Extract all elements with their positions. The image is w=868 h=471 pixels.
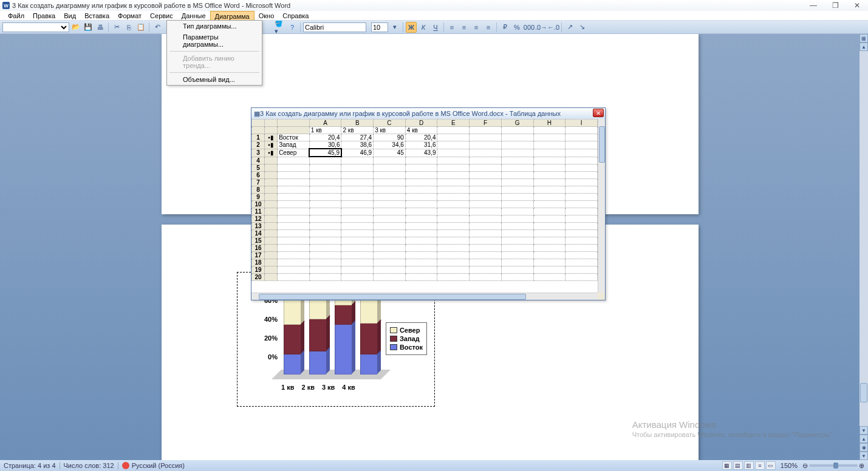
help-icon[interactable]: ?	[287, 22, 298, 33]
dropdown-item[interactable]: Тип диаграммы...	[167, 21, 262, 32]
datasheet-window[interactable]: ▦ 3 Как создать диаграмму или график в к…	[251, 107, 606, 300]
data-cell[interactable]	[533, 266, 566, 273]
data-cell[interactable]	[374, 208, 406, 215]
data-cell[interactable]	[437, 259, 470, 266]
data-cell[interactable]	[374, 244, 406, 251]
data-cell[interactable]	[566, 229, 598, 237]
data-cell[interactable]	[309, 222, 341, 229]
data-cell[interactable]	[309, 266, 341, 273]
data-cell[interactable]	[341, 251, 374, 259]
menu-item-вид[interactable]: Вид	[60, 11, 80, 21]
data-cell[interactable]	[341, 266, 374, 273]
data-cell[interactable]	[405, 266, 437, 273]
dropdown-item[interactable]: Параметры диаграммы...	[167, 32, 262, 50]
status-language[interactable]: Русский (Россия)	[132, 462, 185, 469]
data-cell[interactable]	[437, 229, 470, 237]
data-cell[interactable]	[501, 237, 533, 244]
menu-item-справка[interactable]: Справка	[278, 11, 313, 21]
view-outline-icon[interactable]: ≡	[755, 461, 765, 470]
data-cell[interactable]	[405, 215, 437, 222]
currency-icon[interactable]: ₽	[499, 22, 510, 33]
data-cell[interactable]	[405, 208, 437, 215]
font-selector[interactable]	[303, 22, 366, 32]
italic-button[interactable]: К	[418, 22, 429, 33]
data-cell[interactable]	[405, 237, 437, 244]
data-cell[interactable]	[470, 200, 502, 208]
menu-item-диаграмма[interactable]: Диаграмма	[210, 11, 255, 21]
data-cell[interactable]: 31,6	[405, 141, 437, 149]
data-cell[interactable]	[437, 251, 470, 259]
data-cell[interactable]	[437, 171, 470, 178]
save-icon[interactable]: 💾	[83, 22, 94, 33]
menu-item-данные[interactable]: Данные	[177, 11, 210, 21]
status-page[interactable]: Страница: 4 из 4	[4, 462, 56, 469]
data-cell[interactable]	[374, 222, 406, 229]
data-cell[interactable]	[405, 164, 437, 171]
angle-text2-icon[interactable]: ↘	[576, 22, 587, 33]
data-cell[interactable]	[405, 222, 437, 229]
scroll-down-icon[interactable]: ▼	[859, 426, 868, 435]
data-cell[interactable]	[533, 251, 566, 259]
zoom-slider[interactable]	[809, 464, 858, 467]
data-cell[interactable]	[309, 171, 341, 178]
decrease-decimal-icon[interactable]: ←.0	[548, 22, 559, 33]
data-cell[interactable]: 46,9	[341, 149, 374, 157]
data-cell[interactable]	[501, 266, 533, 273]
data-cell[interactable]	[374, 200, 406, 208]
scrollbar-thumb[interactable]	[259, 294, 526, 300]
data-cell[interactable]	[309, 244, 341, 251]
data-cell[interactable]	[470, 222, 502, 229]
data-cell[interactable]	[341, 222, 374, 229]
data-cell[interactable]	[437, 208, 470, 215]
menu-item-формат[interactable]: Формат	[114, 11, 146, 21]
align-justify-icon[interactable]: ≡	[483, 22, 494, 33]
data-cell[interactable]	[309, 237, 341, 244]
data-cell[interactable]	[309, 215, 341, 222]
scroll-up-icon[interactable]: ▲	[859, 42, 868, 51]
data-cell[interactable]	[309, 178, 341, 186]
data-cell[interactable]: 45,9	[309, 149, 341, 157]
data-cell[interactable]	[374, 171, 406, 178]
data-cell[interactable]	[566, 244, 598, 251]
data-cell[interactable]	[309, 200, 341, 208]
view-draft-icon[interactable]: ▭	[766, 461, 776, 470]
view-web-icon[interactable]: ▥	[744, 461, 754, 470]
data-cell[interactable]: 45	[374, 149, 406, 157]
data-cell[interactable]	[566, 259, 598, 266]
status-word-count[interactable]: Число слов: 312	[64, 462, 114, 469]
datasheet-hscrollbar[interactable]	[251, 293, 598, 300]
font-size-selector[interactable]	[371, 22, 388, 32]
data-cell[interactable]	[501, 157, 533, 164]
data-cell[interactable]	[533, 200, 566, 208]
data-cell[interactable]	[437, 164, 470, 171]
data-cell[interactable]	[341, 157, 374, 164]
data-cell[interactable]	[341, 171, 374, 178]
data-cell[interactable]	[533, 171, 566, 178]
data-cell[interactable]	[374, 229, 406, 237]
zoom-out-button[interactable]: ⊖	[802, 462, 808, 470]
data-cell[interactable]	[437, 244, 470, 251]
data-cell[interactable]	[405, 273, 437, 280]
data-cell[interactable]	[374, 157, 406, 164]
data-cell[interactable]	[374, 259, 406, 266]
data-cell[interactable]: 34,6	[374, 141, 406, 149]
data-cell[interactable]	[341, 244, 374, 251]
zoom-slider-knob[interactable]	[833, 463, 838, 469]
object-selector[interactable]	[2, 22, 69, 32]
data-cell[interactable]	[533, 273, 566, 280]
datasheet-vscrollbar[interactable]	[598, 119, 605, 293]
data-cell[interactable]	[566, 251, 598, 259]
align-left-icon[interactable]: ≡	[446, 22, 457, 33]
data-cell[interactable]	[341, 200, 374, 208]
data-cell[interactable]	[566, 178, 598, 186]
fill-color-icon[interactable]: 🪣▾	[275, 22, 285, 33]
data-cell[interactable]	[405, 259, 437, 266]
copy-icon[interactable]: ⎘	[123, 22, 134, 33]
data-cell[interactable]	[341, 186, 374, 193]
align-center-icon[interactable]: ≡	[459, 22, 470, 33]
data-cell[interactable]	[501, 200, 533, 208]
data-cell[interactable]	[533, 186, 566, 193]
data-cell[interactable]	[501, 259, 533, 266]
data-cell[interactable]	[437, 266, 470, 273]
data-cell[interactable]	[437, 237, 470, 244]
